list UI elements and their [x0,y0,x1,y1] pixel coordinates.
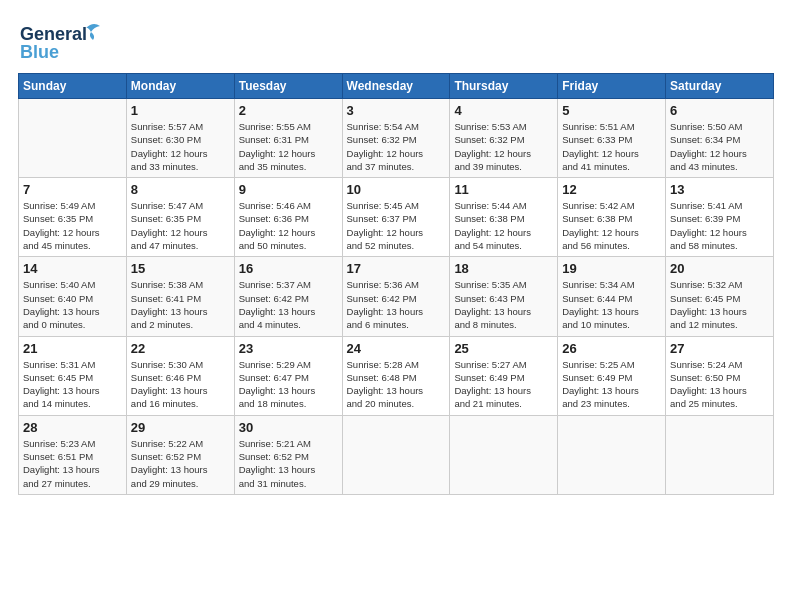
day-number: 15 [131,261,230,276]
column-header-saturday: Saturday [666,74,774,99]
day-info: Sunrise: 5:23 AM Sunset: 6:51 PM Dayligh… [23,437,122,490]
day-number: 11 [454,182,553,197]
day-number: 19 [562,261,661,276]
page: General Blue SundayMondayTuesdayWednesda… [0,0,792,612]
day-info: Sunrise: 5:28 AM Sunset: 6:48 PM Dayligh… [347,358,446,411]
calendar-cell: 29Sunrise: 5:22 AM Sunset: 6:52 PM Dayli… [126,415,234,494]
day-info: Sunrise: 5:51 AM Sunset: 6:33 PM Dayligh… [562,120,661,173]
day-info: Sunrise: 5:50 AM Sunset: 6:34 PM Dayligh… [670,120,769,173]
day-number: 10 [347,182,446,197]
day-number: 20 [670,261,769,276]
day-info: Sunrise: 5:42 AM Sunset: 6:38 PM Dayligh… [562,199,661,252]
day-number: 28 [23,420,122,435]
day-info: Sunrise: 5:38 AM Sunset: 6:41 PM Dayligh… [131,278,230,331]
day-info: Sunrise: 5:54 AM Sunset: 6:32 PM Dayligh… [347,120,446,173]
day-number: 12 [562,182,661,197]
day-number: 3 [347,103,446,118]
header: General Blue [18,18,774,63]
day-number: 24 [347,341,446,356]
day-info: Sunrise: 5:34 AM Sunset: 6:44 PM Dayligh… [562,278,661,331]
calendar-cell: 7Sunrise: 5:49 AM Sunset: 6:35 PM Daylig… [19,178,127,257]
calendar-cell: 26Sunrise: 5:25 AM Sunset: 6:49 PM Dayli… [558,336,666,415]
day-number: 18 [454,261,553,276]
week-row-1: 7Sunrise: 5:49 AM Sunset: 6:35 PM Daylig… [19,178,774,257]
day-info: Sunrise: 5:29 AM Sunset: 6:47 PM Dayligh… [239,358,338,411]
calendar-cell [450,415,558,494]
calendar-cell: 9Sunrise: 5:46 AM Sunset: 6:36 PM Daylig… [234,178,342,257]
calendar-table: SundayMondayTuesdayWednesdayThursdayFrid… [18,73,774,495]
calendar-cell: 24Sunrise: 5:28 AM Sunset: 6:48 PM Dayli… [342,336,450,415]
week-row-2: 14Sunrise: 5:40 AM Sunset: 6:40 PM Dayli… [19,257,774,336]
day-number: 4 [454,103,553,118]
day-info: Sunrise: 5:24 AM Sunset: 6:50 PM Dayligh… [670,358,769,411]
calendar-cell: 17Sunrise: 5:36 AM Sunset: 6:42 PM Dayli… [342,257,450,336]
column-header-tuesday: Tuesday [234,74,342,99]
svg-text:Blue: Blue [20,42,59,62]
day-number: 7 [23,182,122,197]
day-info: Sunrise: 5:49 AM Sunset: 6:35 PM Dayligh… [23,199,122,252]
calendar-cell: 27Sunrise: 5:24 AM Sunset: 6:50 PM Dayli… [666,336,774,415]
calendar-header-row: SundayMondayTuesdayWednesdayThursdayFrid… [19,74,774,99]
day-info: Sunrise: 5:55 AM Sunset: 6:31 PM Dayligh… [239,120,338,173]
day-number: 26 [562,341,661,356]
day-number: 6 [670,103,769,118]
column-header-friday: Friday [558,74,666,99]
day-number: 9 [239,182,338,197]
week-row-3: 21Sunrise: 5:31 AM Sunset: 6:45 PM Dayli… [19,336,774,415]
day-number: 5 [562,103,661,118]
calendar-cell: 12Sunrise: 5:42 AM Sunset: 6:38 PM Dayli… [558,178,666,257]
calendar-cell: 1Sunrise: 5:57 AM Sunset: 6:30 PM Daylig… [126,99,234,178]
day-info: Sunrise: 5:32 AM Sunset: 6:45 PM Dayligh… [670,278,769,331]
day-info: Sunrise: 5:21 AM Sunset: 6:52 PM Dayligh… [239,437,338,490]
calendar-cell: 25Sunrise: 5:27 AM Sunset: 6:49 PM Dayli… [450,336,558,415]
calendar-cell: 8Sunrise: 5:47 AM Sunset: 6:35 PM Daylig… [126,178,234,257]
calendar-cell: 23Sunrise: 5:29 AM Sunset: 6:47 PM Dayli… [234,336,342,415]
day-number: 21 [23,341,122,356]
calendar-cell: 22Sunrise: 5:30 AM Sunset: 6:46 PM Dayli… [126,336,234,415]
day-number: 23 [239,341,338,356]
day-info: Sunrise: 5:31 AM Sunset: 6:45 PM Dayligh… [23,358,122,411]
day-number: 29 [131,420,230,435]
calendar-cell: 3Sunrise: 5:54 AM Sunset: 6:32 PM Daylig… [342,99,450,178]
calendar-cell: 11Sunrise: 5:44 AM Sunset: 6:38 PM Dayli… [450,178,558,257]
column-header-wednesday: Wednesday [342,74,450,99]
calendar-cell: 10Sunrise: 5:45 AM Sunset: 6:37 PM Dayli… [342,178,450,257]
day-number: 22 [131,341,230,356]
svg-text:General: General [20,24,87,44]
week-row-0: 1Sunrise: 5:57 AM Sunset: 6:30 PM Daylig… [19,99,774,178]
logo-svg: General Blue [18,18,108,63]
day-info: Sunrise: 5:44 AM Sunset: 6:38 PM Dayligh… [454,199,553,252]
day-number: 17 [347,261,446,276]
calendar-cell: 30Sunrise: 5:21 AM Sunset: 6:52 PM Dayli… [234,415,342,494]
calendar-cell [342,415,450,494]
calendar-cell: 20Sunrise: 5:32 AM Sunset: 6:45 PM Dayli… [666,257,774,336]
day-number: 30 [239,420,338,435]
day-info: Sunrise: 5:57 AM Sunset: 6:30 PM Dayligh… [131,120,230,173]
calendar-cell: 28Sunrise: 5:23 AM Sunset: 6:51 PM Dayli… [19,415,127,494]
calendar-cell [558,415,666,494]
calendar-cell: 13Sunrise: 5:41 AM Sunset: 6:39 PM Dayli… [666,178,774,257]
day-info: Sunrise: 5:35 AM Sunset: 6:43 PM Dayligh… [454,278,553,331]
day-info: Sunrise: 5:40 AM Sunset: 6:40 PM Dayligh… [23,278,122,331]
day-info: Sunrise: 5:27 AM Sunset: 6:49 PM Dayligh… [454,358,553,411]
day-number: 27 [670,341,769,356]
calendar-cell: 21Sunrise: 5:31 AM Sunset: 6:45 PM Dayli… [19,336,127,415]
calendar-cell: 18Sunrise: 5:35 AM Sunset: 6:43 PM Dayli… [450,257,558,336]
day-info: Sunrise: 5:46 AM Sunset: 6:36 PM Dayligh… [239,199,338,252]
calendar-cell: 16Sunrise: 5:37 AM Sunset: 6:42 PM Dayli… [234,257,342,336]
day-number: 13 [670,182,769,197]
day-number: 16 [239,261,338,276]
day-info: Sunrise: 5:37 AM Sunset: 6:42 PM Dayligh… [239,278,338,331]
day-info: Sunrise: 5:45 AM Sunset: 6:37 PM Dayligh… [347,199,446,252]
calendar-cell: 2Sunrise: 5:55 AM Sunset: 6:31 PM Daylig… [234,99,342,178]
day-number: 1 [131,103,230,118]
calendar-cell [19,99,127,178]
day-info: Sunrise: 5:25 AM Sunset: 6:49 PM Dayligh… [562,358,661,411]
column-header-thursday: Thursday [450,74,558,99]
day-number: 2 [239,103,338,118]
calendar-body: 1Sunrise: 5:57 AM Sunset: 6:30 PM Daylig… [19,99,774,495]
day-number: 25 [454,341,553,356]
calendar-cell: 14Sunrise: 5:40 AM Sunset: 6:40 PM Dayli… [19,257,127,336]
column-header-sunday: Sunday [19,74,127,99]
day-info: Sunrise: 5:22 AM Sunset: 6:52 PM Dayligh… [131,437,230,490]
